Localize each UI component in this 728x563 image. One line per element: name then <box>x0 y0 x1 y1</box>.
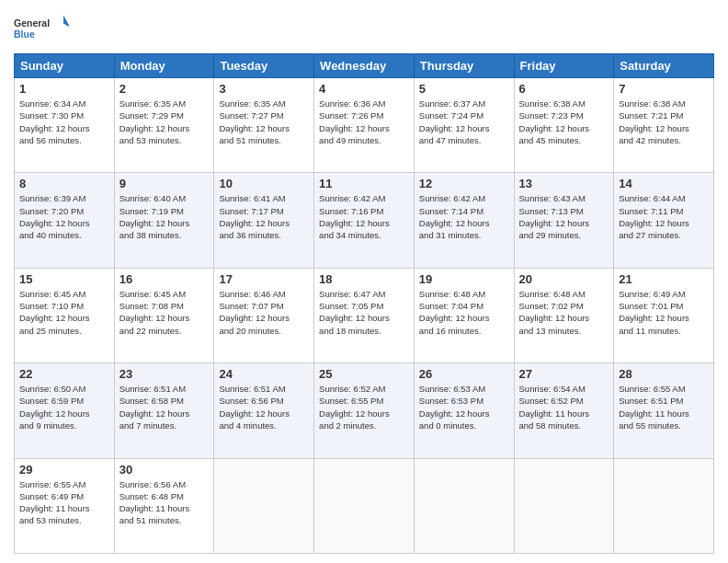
day-cell: 19Sunrise: 6:48 AM Sunset: 7:04 PM Dayli… <box>414 268 514 362</box>
col-header-friday: Friday <box>514 54 614 78</box>
day-info: Sunrise: 6:43 AM Sunset: 7:13 PM Dayligh… <box>519 192 609 241</box>
day-cell: 1Sunrise: 6:34 AM Sunset: 7:30 PM Daylig… <box>15 78 115 173</box>
day-number: 14 <box>619 177 709 190</box>
day-cell: 15Sunrise: 6:45 AM Sunset: 7:10 PM Dayli… <box>15 268 115 362</box>
day-info: Sunrise: 6:35 AM Sunset: 7:27 PM Dayligh… <box>219 98 309 146</box>
day-cell: 5Sunrise: 6:37 AM Sunset: 7:24 PM Daylig… <box>414 78 514 173</box>
svg-marker-2 <box>63 16 69 29</box>
day-cell: 10Sunrise: 6:41 AM Sunset: 7:17 PM Dayli… <box>214 173 314 268</box>
day-cell: 27Sunrise: 6:54 AM Sunset: 6:52 PM Dayli… <box>514 363 614 458</box>
day-info: Sunrise: 6:38 AM Sunset: 7:21 PM Dayligh… <box>619 98 709 146</box>
day-number: 25 <box>319 367 409 381</box>
day-number: 4 <box>319 82 409 96</box>
day-cell: 23Sunrise: 6:51 AM Sunset: 6:58 PM Dayli… <box>114 363 214 458</box>
day-number: 1 <box>19 82 109 96</box>
day-number: 30 <box>119 463 210 477</box>
day-number: 6 <box>519 82 609 96</box>
day-cell: 11Sunrise: 6:42 AM Sunset: 7:16 PM Dayli… <box>314 173 415 268</box>
day-cell <box>514 458 614 553</box>
day-cell: 20Sunrise: 6:48 AM Sunset: 7:02 PM Dayli… <box>514 268 614 362</box>
day-number: 21 <box>619 272 709 286</box>
day-cell: 7Sunrise: 6:38 AM Sunset: 7:21 PM Daylig… <box>614 78 714 173</box>
col-header-monday: Monday <box>114 54 214 78</box>
week-row-1: 1Sunrise: 6:34 AM Sunset: 7:30 PM Daylig… <box>15 78 714 173</box>
day-cell: 26Sunrise: 6:53 AM Sunset: 6:53 PM Dayli… <box>414 363 514 458</box>
day-info: Sunrise: 6:52 AM Sunset: 6:55 PM Dayligh… <box>319 383 409 431</box>
day-info: Sunrise: 6:46 AM Sunset: 7:07 PM Dayligh… <box>219 288 309 337</box>
day-cell: 14Sunrise: 6:44 AM Sunset: 7:11 PM Dayli… <box>614 173 714 268</box>
day-cell: 4Sunrise: 6:36 AM Sunset: 7:26 PM Daylig… <box>314 78 415 173</box>
page: General Blue SundayMondayTuesdayWednesda… <box>0 0 728 563</box>
day-cell: 3Sunrise: 6:35 AM Sunset: 7:27 PM Daylig… <box>214 78 314 173</box>
day-info: Sunrise: 6:44 AM Sunset: 7:11 PM Dayligh… <box>619 192 709 241</box>
day-number: 13 <box>519 177 609 190</box>
col-header-wednesday: Wednesday <box>314 54 415 78</box>
week-row-2: 8Sunrise: 6:39 AM Sunset: 7:20 PM Daylig… <box>15 173 714 268</box>
calendar-header-row: SundayMondayTuesdayWednesdayThursdayFrid… <box>15 54 714 78</box>
day-number: 26 <box>419 367 509 381</box>
svg-text:General: General <box>14 17 50 29</box>
col-header-saturday: Saturday <box>614 54 714 78</box>
day-info: Sunrise: 6:38 AM Sunset: 7:23 PM Dayligh… <box>519 98 609 146</box>
week-row-3: 15Sunrise: 6:45 AM Sunset: 7:10 PM Dayli… <box>15 268 714 362</box>
week-row-4: 22Sunrise: 6:50 AM Sunset: 6:59 PM Dayli… <box>15 363 714 458</box>
day-cell: 22Sunrise: 6:50 AM Sunset: 6:59 PM Dayli… <box>15 363 115 458</box>
day-info: Sunrise: 6:48 AM Sunset: 7:02 PM Dayligh… <box>519 288 609 337</box>
day-number: 28 <box>619 367 709 381</box>
day-number: 20 <box>519 272 609 286</box>
day-number: 22 <box>19 367 109 381</box>
day-cell: 13Sunrise: 6:43 AM Sunset: 7:13 PM Dayli… <box>514 173 614 268</box>
day-number: 5 <box>419 82 509 96</box>
day-number: 18 <box>319 272 409 286</box>
day-number: 2 <box>119 82 210 96</box>
col-header-sunday: Sunday <box>15 54 115 78</box>
day-number: 8 <box>19 177 109 190</box>
header: General Blue <box>14 9 714 46</box>
logo: General Blue <box>14 9 69 46</box>
day-info: Sunrise: 6:34 AM Sunset: 7:30 PM Dayligh… <box>19 98 109 146</box>
day-number: 15 <box>19 272 109 286</box>
day-cell: 28Sunrise: 6:55 AM Sunset: 6:51 PM Dayli… <box>614 363 714 458</box>
logo-svg: General Blue <box>14 9 69 46</box>
day-cell: 16Sunrise: 6:45 AM Sunset: 7:08 PM Dayli… <box>114 268 214 362</box>
day-info: Sunrise: 6:48 AM Sunset: 7:04 PM Dayligh… <box>419 288 509 337</box>
day-info: Sunrise: 6:54 AM Sunset: 6:52 PM Dayligh… <box>519 383 609 431</box>
day-cell: 12Sunrise: 6:42 AM Sunset: 7:14 PM Dayli… <box>414 173 514 268</box>
day-info: Sunrise: 6:51 AM Sunset: 6:58 PM Dayligh… <box>119 383 210 431</box>
day-number: 10 <box>219 177 309 190</box>
day-number: 12 <box>419 177 509 190</box>
svg-text:Blue: Blue <box>14 29 35 40</box>
day-info: Sunrise: 6:40 AM Sunset: 7:19 PM Dayligh… <box>119 192 210 241</box>
day-number: 23 <box>119 367 210 381</box>
day-number: 9 <box>119 177 210 190</box>
day-info: Sunrise: 6:36 AM Sunset: 7:26 PM Dayligh… <box>319 98 409 146</box>
day-number: 17 <box>219 272 309 286</box>
day-info: Sunrise: 6:41 AM Sunset: 7:17 PM Dayligh… <box>219 192 309 241</box>
day-cell <box>414 458 514 553</box>
day-cell: 6Sunrise: 6:38 AM Sunset: 7:23 PM Daylig… <box>514 78 614 173</box>
day-info: Sunrise: 6:56 AM Sunset: 6:48 PM Dayligh… <box>119 478 210 527</box>
col-header-thursday: Thursday <box>414 54 514 78</box>
day-number: 19 <box>419 272 509 286</box>
day-info: Sunrise: 6:50 AM Sunset: 6:59 PM Dayligh… <box>19 383 109 431</box>
calendar: SundayMondayTuesdayWednesdayThursdayFrid… <box>14 53 714 554</box>
day-cell: 30Sunrise: 6:56 AM Sunset: 6:48 PM Dayli… <box>114 458 214 553</box>
day-cell: 8Sunrise: 6:39 AM Sunset: 7:20 PM Daylig… <box>15 173 115 268</box>
day-number: 11 <box>319 177 409 190</box>
day-cell <box>214 458 314 553</box>
week-row-5: 29Sunrise: 6:55 AM Sunset: 6:49 PM Dayli… <box>15 458 714 553</box>
day-cell: 24Sunrise: 6:51 AM Sunset: 6:56 PM Dayli… <box>214 363 314 458</box>
day-info: Sunrise: 6:45 AM Sunset: 7:10 PM Dayligh… <box>19 288 109 337</box>
day-cell: 17Sunrise: 6:46 AM Sunset: 7:07 PM Dayli… <box>214 268 314 362</box>
day-info: Sunrise: 6:47 AM Sunset: 7:05 PM Dayligh… <box>319 288 409 337</box>
day-number: 7 <box>619 82 709 96</box>
day-cell: 21Sunrise: 6:49 AM Sunset: 7:01 PM Dayli… <box>614 268 714 362</box>
day-number: 27 <box>519 367 609 381</box>
col-header-tuesday: Tuesday <box>214 54 314 78</box>
day-cell: 2Sunrise: 6:35 AM Sunset: 7:29 PM Daylig… <box>114 78 214 173</box>
day-info: Sunrise: 6:49 AM Sunset: 7:01 PM Dayligh… <box>619 288 709 337</box>
day-info: Sunrise: 6:37 AM Sunset: 7:24 PM Dayligh… <box>419 98 509 146</box>
day-cell <box>614 458 714 553</box>
day-cell: 25Sunrise: 6:52 AM Sunset: 6:55 PM Dayli… <box>314 363 415 458</box>
day-info: Sunrise: 6:53 AM Sunset: 6:53 PM Dayligh… <box>419 383 509 431</box>
